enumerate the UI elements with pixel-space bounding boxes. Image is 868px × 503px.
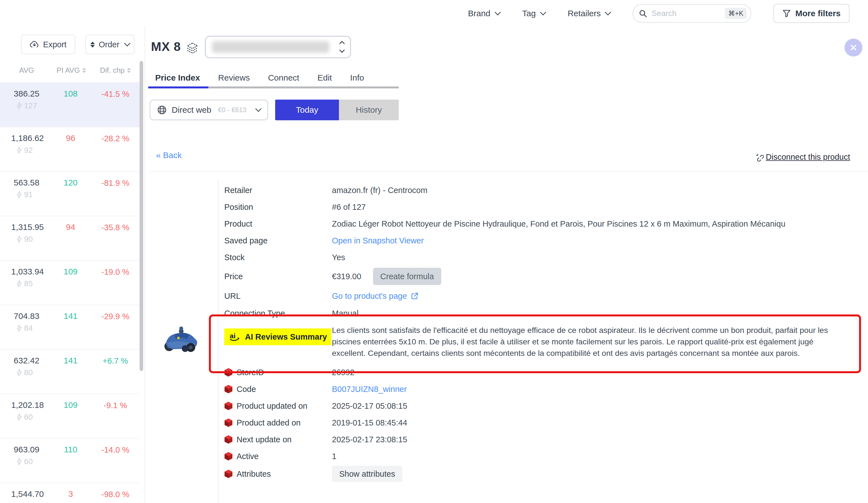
svg-text:ai: ai	[230, 332, 236, 340]
pi-avg-value: 3	[52, 489, 90, 499]
active-tab-underline	[148, 86, 208, 89]
detail-label: Product added on	[224, 418, 332, 428]
retailer-count: 84	[16, 324, 33, 332]
avg-value: 1,186.62	[11, 133, 42, 143]
ai-summary-chip: ai AI Reviews Summary	[224, 328, 331, 345]
column-avg: AVG	[11, 66, 42, 75]
lightning-bolt-icon	[16, 324, 22, 332]
avg-list: 386.25127108-41.5 %1,186.629296-28.2 %56…	[0, 82, 140, 503]
detail-value: 2019-01-15 08:45:44	[332, 418, 407, 428]
show-attributes-button[interactable]: Show attributes	[332, 466, 402, 482]
detail-row: StoreID26992	[224, 364, 865, 381]
retailer-count: 60	[16, 457, 33, 466]
more-filters-label: More filters	[795, 9, 840, 18]
toggle-today[interactable]: Today	[275, 100, 339, 120]
order-button[interactable]: Order	[85, 35, 135, 54]
column-dif-chp[interactable]: Dif. chp	[91, 66, 140, 75]
detail-row: Next update on2025-02-17 23:08:15	[224, 431, 865, 448]
sidebar-scrollbar[interactable]	[140, 61, 143, 371]
more-filters-button[interactable]: More filters	[774, 4, 849, 23]
select-updown-icon	[340, 42, 344, 52]
detail-value: amazon.fr (fr) - Centrocom	[332, 186, 427, 195]
detail-link[interactable]: Open in Snapshot Viewer	[332, 236, 424, 245]
detail-row: Product updated on2025-02-17 05:08:15	[224, 398, 865, 414]
chevron-down-icon	[255, 106, 262, 112]
price-range-label: €0 - €613	[218, 106, 246, 114]
detail-link[interactable]: Go to product's page	[332, 291, 407, 301]
ai-summary-label: AI Reviews Summary	[245, 332, 327, 341]
section-divider	[148, 171, 868, 172]
price-index-row[interactable]: 1,544.703-98.0 %	[0, 483, 140, 503]
price-index-sidebar: Export Order AVG PI AVG Dif. chp 386.251…	[0, 27, 145, 503]
price-index-row[interactable]: 1,033.9485109-19.0 %	[0, 261, 140, 305]
today-history-toggle: Today History	[275, 100, 399, 120]
search-box[interactable]: ⌘+K	[632, 4, 751, 23]
detail-row: Position#6 of 127	[224, 199, 865, 215]
disconnect-product-link[interactable]: Disconnect this product	[755, 153, 850, 162]
database-cube-icon	[224, 452, 232, 461]
product-variant-select[interactable]	[205, 36, 351, 58]
price-index-row[interactable]: 1,202.1860109-9.1 %	[0, 394, 140, 439]
detail-row: StockYes	[224, 249, 865, 266]
detail-row: Price€319.00Create formula	[224, 266, 865, 287]
detail-row: ProductZodiac Léger Robot Nettoyeur de P…	[224, 215, 865, 232]
pi-avg-value: 109	[52, 267, 90, 276]
pi-avg-value: 120	[52, 178, 90, 187]
source-filter-select[interactable]: Direct web €0 - €613	[149, 100, 268, 120]
price-index-row[interactable]: 632.4280141+6.7 %	[0, 350, 140, 394]
tab-reviews[interactable]: Reviews	[218, 73, 250, 83]
close-panel-button[interactable]	[845, 39, 862, 57]
back-link[interactable]: « Back	[156, 151, 182, 160]
dif-chp-value: -19.0 %	[92, 267, 138, 277]
search-input[interactable]	[651, 9, 721, 18]
database-cube-icon	[224, 470, 232, 479]
sort-icon	[127, 68, 131, 73]
create-formula-button[interactable]: Create formula	[373, 268, 441, 285]
blurred-select-value	[212, 41, 329, 53]
close-icon	[849, 44, 857, 51]
price-index-row[interactable]: 563.5891120-81.9 %	[0, 172, 140, 216]
retailer-count: 85	[16, 279, 33, 288]
retailer-count: 90	[16, 235, 33, 244]
price-index-row[interactable]: 1,315.959094-35.8 %	[0, 216, 140, 261]
tag-dropdown[interactable]: Tag	[523, 9, 545, 18]
dif-chp-value: -41.5 %	[92, 90, 138, 99]
dif-chp-value: -28.2 %	[92, 134, 138, 143]
price-index-row[interactable]: 386.25127108-41.5 %	[0, 83, 140, 127]
tab-connect[interactable]: Connect	[268, 73, 299, 83]
price-index-row[interactable]: 1,186.629296-28.2 %	[0, 127, 140, 172]
details-left-border	[218, 179, 218, 503]
funnel-icon	[783, 9, 791, 18]
database-cube-icon	[224, 368, 232, 377]
export-button[interactable]: Export	[21, 35, 75, 54]
tab-edit[interactable]: Edit	[317, 73, 332, 83]
tab-price-index[interactable]: Price Index	[155, 73, 200, 83]
detail-row: Product added on2019-01-15 08:45:44	[224, 414, 865, 431]
detail-label: Product	[224, 219, 332, 228]
pi-avg-value: 96	[52, 133, 90, 143]
detail-label: Active	[224, 452, 332, 461]
brand-dropdown[interactable]: Brand	[468, 9, 500, 18]
dif-chp-value: -14.0 %	[92, 445, 138, 455]
chevron-down-icon	[124, 40, 131, 47]
pi-avg-value: 94	[52, 223, 90, 232]
retailer-count: 127	[16, 101, 37, 110]
pi-avg-value: 109	[52, 400, 90, 410]
detail-link[interactable]: B007JUIZN8_winner	[332, 385, 407, 394]
detail-label: StoreID	[224, 368, 332, 377]
column-header-row: AVG PI AVG Dif. chp	[0, 66, 145, 78]
retailers-dropdown[interactable]: Retailers	[568, 9, 610, 18]
column-pi-avg[interactable]: PI AVG	[49, 66, 94, 75]
pi-avg-value: 108	[52, 89, 90, 99]
tab-info[interactable]: Info	[350, 73, 364, 83]
avg-value: 1,033.94	[11, 267, 42, 276]
export-label: Export	[43, 40, 66, 49]
price-index-row[interactable]: 704.8384141-29.9 %	[0, 305, 140, 350]
toggle-history[interactable]: History	[339, 100, 399, 120]
price-index-row[interactable]: 963.0960110-14.0 %	[0, 439, 140, 483]
detail-row: Active1	[224, 448, 865, 465]
price-value: €319.00	[332, 272, 361, 281]
detail-row: Saved pageOpen in Snapshot Viewer	[224, 232, 865, 249]
database-cube-icon	[224, 385, 232, 394]
product-details-table: Retaileramazon.fr (fr) - CentrocomPositi…	[224, 182, 865, 483]
